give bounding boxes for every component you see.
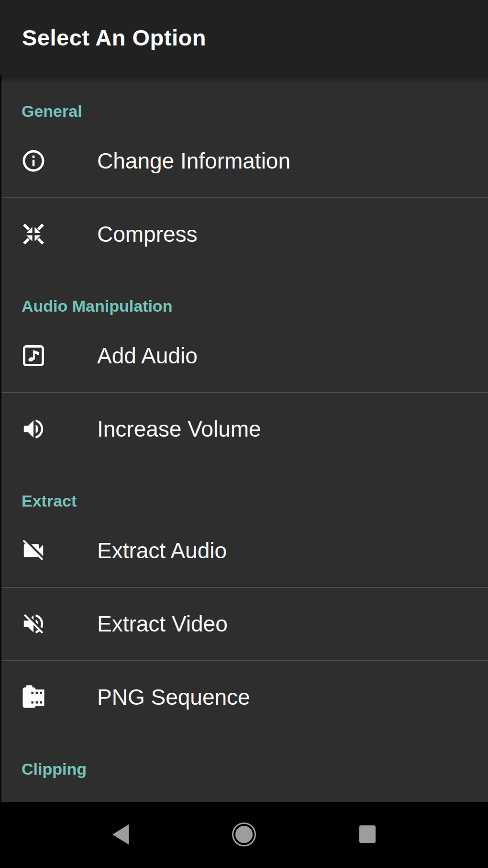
back-icon xyxy=(112,824,129,846)
music-note-box-icon xyxy=(21,343,46,369)
dialog-title: Select An Option xyxy=(22,24,206,51)
videocam-off-icon xyxy=(21,538,46,564)
menu-item-add-audio[interactable]: Add Audio xyxy=(0,320,488,392)
section-header: Extract xyxy=(0,492,488,510)
android-nav-bar xyxy=(0,802,488,868)
back-button[interactable] xyxy=(59,802,182,868)
section-header: Audio Manipulation xyxy=(0,297,488,315)
volume-up-icon xyxy=(21,416,46,442)
menu-item-label: PNG Sequence xyxy=(97,684,250,710)
compress-icon xyxy=(21,221,46,247)
home-icon xyxy=(232,822,256,848)
menu-item-label: Increase Volume xyxy=(97,416,261,442)
menu-item-label: Extract Audio xyxy=(97,538,227,564)
camera-roll-icon xyxy=(21,684,46,710)
volume-off-icon xyxy=(21,611,46,637)
menu-item-png-sequence[interactable]: PNG Sequence xyxy=(0,661,488,733)
phone-screen: Select An Option GeneralChange Informati… xyxy=(0,0,488,868)
menu-item-compress[interactable]: Compress xyxy=(0,198,488,270)
screen-left-edge xyxy=(0,75,1,802)
menu-item-label: Extract Video xyxy=(97,611,228,637)
recents-icon xyxy=(359,825,376,845)
menu-item-label: Compress xyxy=(97,221,198,247)
section-header: Clipping xyxy=(0,760,488,778)
menu-sections: GeneralChange InformationCompressAudio M… xyxy=(0,102,488,778)
menu-item-extract-audio[interactable]: Extract Audio xyxy=(0,515,488,586)
menu-item-change-information[interactable]: Change Information xyxy=(0,125,488,197)
section-header: General xyxy=(0,102,488,120)
recents-button[interactable] xyxy=(306,802,429,868)
home-button[interactable] xyxy=(182,802,306,868)
info-icon xyxy=(21,148,46,174)
menu-item-increase-volume[interactable]: Increase Volume xyxy=(0,393,488,465)
menu-item-label: Change Information xyxy=(97,148,290,174)
menu-item-label: Add Audio xyxy=(97,343,198,369)
menu-item-extract-video[interactable]: Extract Video xyxy=(0,588,488,660)
option-dialog-body: GeneralChange InformationCompressAudio M… xyxy=(0,75,488,802)
dialog-title-bar: Select An Option xyxy=(0,0,488,75)
